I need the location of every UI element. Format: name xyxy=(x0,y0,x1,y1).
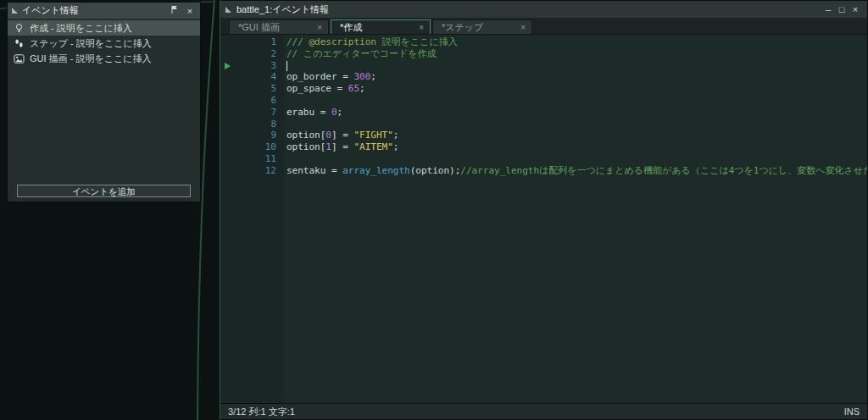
maximize-icon[interactable]: □ xyxy=(835,4,849,14)
dock-arrow-icon xyxy=(225,7,231,13)
code-line[interactable]: /// @description 説明をここに挿入 xyxy=(287,36,867,48)
code-token-text: erabu = xyxy=(287,107,331,118)
code-token-function: array_length xyxy=(342,165,409,176)
code-line[interactable]: erabu = 0; xyxy=(287,107,867,119)
event-item-label: 作成 - 説明をここに挿入 xyxy=(30,22,132,35)
event-panel-footer: イベントを追加 xyxy=(8,182,200,202)
event-item-label: GUI 描画 - 説明をここに挿入 xyxy=(30,52,151,65)
dock-arrow-icon xyxy=(12,8,18,14)
line-number: 7 xyxy=(220,107,284,119)
code-line[interactable]: op_border = 300; xyxy=(287,71,867,83)
code-token-text: op_border = xyxy=(287,71,353,82)
code-token-text: ] = xyxy=(331,141,354,152)
footsteps-icon xyxy=(14,38,25,49)
code-window-titlebar[interactable]: battle_1:イベント情報 –□× xyxy=(220,1,867,18)
tab-close-icon[interactable]: × xyxy=(520,23,526,32)
line-number: 5 xyxy=(220,83,284,95)
code-token-number: 0 xyxy=(326,130,331,141)
code-token-number: 0 xyxy=(331,107,337,118)
code-token-comment: //array_lengthは配列を一つにまとめる機能がある（ここは4つを1つに… xyxy=(460,165,867,176)
code-token-text: ; xyxy=(359,83,365,94)
code-line[interactable] xyxy=(287,119,867,130)
code-line[interactable] xyxy=(287,60,867,72)
line-number: 12 xyxy=(220,165,284,177)
code-token-text: ; xyxy=(393,130,399,141)
code-token-string: "AITEM" xyxy=(353,141,392,152)
code-editor-window: battle_1:イベント情報 –□× *GUI 描画×*作成×*ステップ× 1… xyxy=(220,0,868,420)
code-token-text: option[ xyxy=(287,141,326,152)
code-token-text: op_space = xyxy=(287,83,348,94)
tab-close-icon[interactable]: × xyxy=(419,23,424,32)
pin-icon[interactable] xyxy=(168,5,180,16)
line-number-gutter: 123456789101112 xyxy=(220,35,284,403)
line-number: 2 xyxy=(220,48,284,60)
editor-tab[interactable]: *ステップ× xyxy=(432,19,532,34)
event-list-item[interactable]: GUI 描画 - 説明をここに挿入 xyxy=(8,51,200,66)
code-token-comment: 説明をここに挿入 xyxy=(376,36,458,47)
code-token-text: ] = xyxy=(331,130,354,141)
line-number: 1 xyxy=(220,36,284,48)
code-token-comment: // このエディターでコードを作成 xyxy=(287,48,436,59)
code-token-text: ; xyxy=(337,107,343,118)
insert-mode-status: INS xyxy=(844,406,860,417)
gui-image-icon xyxy=(14,53,25,64)
editor-tabbar: *GUI 描画×*作成×*ステップ× xyxy=(220,18,867,34)
event-info-panel: イベント情報 × 作成 - 説明をここに挿入ステップ - 説明をここに挿入GUI… xyxy=(7,2,201,202)
event-panel-title: イベント情報 xyxy=(22,4,164,17)
code-token-string: "FIGHT" xyxy=(353,130,392,141)
close-icon[interactable]: × xyxy=(849,4,862,14)
line-number: 10 xyxy=(220,141,284,153)
editor-statusbar: 3/12 列:1 文字:1 INS xyxy=(220,403,867,419)
event-list: 作成 - 説明をここに挿入ステップ - 説明をここに挿入GUI 描画 - 説明を… xyxy=(8,19,200,182)
lightbulb-icon xyxy=(14,23,25,34)
editor-tab[interactable]: *GUI 描画× xyxy=(229,19,329,34)
code-editor[interactable]: 123456789101112 /// @description 説明をここに挿… xyxy=(220,34,867,403)
current-line-arrow-icon xyxy=(225,63,231,69)
editor-tab[interactable]: *作成× xyxy=(331,19,431,34)
tab-label: *ステップ xyxy=(442,21,483,34)
line-number: 11 xyxy=(220,153,284,165)
line-number: 6 xyxy=(220,95,284,107)
event-list-item[interactable]: ステップ - 説明をここに挿入 xyxy=(8,36,200,51)
code-token-number: 65 xyxy=(348,83,359,94)
code-line[interactable]: option[0] = "FIGHT"; xyxy=(287,130,867,141)
line-number: 8 xyxy=(220,119,284,130)
code-line[interactable] xyxy=(287,95,867,107)
line-number: 4 xyxy=(220,71,284,83)
minimize-icon[interactable]: – xyxy=(821,4,835,14)
code-token-text: ; xyxy=(393,141,399,152)
code-token-number: 1 xyxy=(326,141,331,152)
text-cursor xyxy=(287,61,287,71)
code-line[interactable]: op_space = 65; xyxy=(287,83,867,95)
code-token-text: option[ xyxy=(287,130,326,141)
code-token-text: (option) xyxy=(410,165,455,176)
tab-label: *GUI 描画 xyxy=(238,21,280,34)
code-window-title: battle_1:イベント情報 xyxy=(236,3,816,16)
code-line[interactable] xyxy=(287,153,867,165)
line-number: 9 xyxy=(220,130,284,141)
event-list-item[interactable]: 作成 - 説明をここに挿入 xyxy=(8,20,200,36)
code-token-jsdoc: @description xyxy=(309,36,376,47)
code-token-number: 300 xyxy=(353,71,370,82)
code-line[interactable]: sentaku = array_length(option);//array_l… xyxy=(287,165,867,177)
window-controls: –□× xyxy=(821,4,862,14)
code-token-text: sentaku = xyxy=(287,165,342,176)
code-token-text: ; xyxy=(370,71,376,82)
code-line[interactable]: option[1] = "AITEM"; xyxy=(287,141,867,153)
panel-close-icon[interactable]: × xyxy=(184,6,196,16)
event-panel-header[interactable]: イベント情報 × xyxy=(8,3,200,19)
tab-label: *作成 xyxy=(340,21,362,34)
code-token-comment: /// xyxy=(287,36,309,47)
add-event-button[interactable]: イベントを追加 xyxy=(17,185,191,197)
code-line[interactable]: // このエディターでコードを作成 xyxy=(287,48,867,60)
line-number: 3 xyxy=(220,60,284,72)
code-text-area[interactable]: /// @description 説明をここに挿入// このエディターでコードを… xyxy=(284,35,867,403)
cursor-position-status: 3/12 列:1 文字:1 xyxy=(228,406,295,418)
tab-close-icon[interactable]: × xyxy=(317,23,322,32)
event-item-label: ステップ - 説明をここに挿入 xyxy=(30,37,152,50)
